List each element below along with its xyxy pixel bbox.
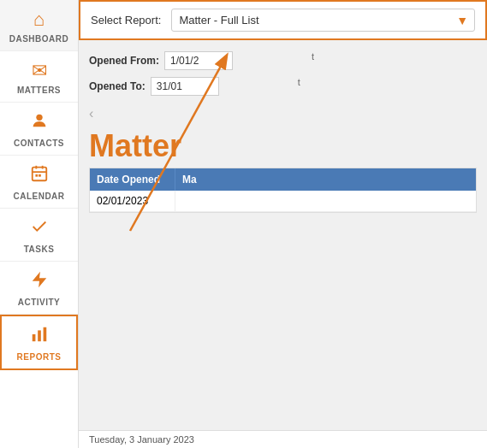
svg-rect-8 xyxy=(32,334,35,341)
table-row: 02/01/2023 xyxy=(90,191,476,212)
extra-text-2: t xyxy=(298,77,300,96)
sidebar-item-reports[interactable]: REPORTS xyxy=(0,315,78,370)
report-select[interactable]: Matter - Full List xyxy=(171,9,475,32)
svg-rect-6 xyxy=(39,174,41,177)
svg-rect-9 xyxy=(38,330,41,341)
svg-rect-10 xyxy=(43,327,46,342)
status-bar: Tuesday, 3 January 2023 xyxy=(79,430,487,448)
sidebar-item-label: ACTIVITY xyxy=(18,298,61,307)
sidebar-item-contacts[interactable]: CONTACTS xyxy=(0,103,78,156)
filter-row: Opened From: t xyxy=(89,51,477,70)
tasks-icon xyxy=(30,217,49,241)
sidebar-item-label: CALENDAR xyxy=(13,192,64,201)
sidebar-item-calendar[interactable]: CALENDAR xyxy=(0,156,78,209)
opened-to-input[interactable] xyxy=(151,77,219,96)
cell-date: 02/01/2023 xyxy=(90,191,175,211)
sidebar-item-label: TASKS xyxy=(24,245,55,254)
report-select-bar: Select Report: Matter - Full List ▼ xyxy=(79,0,487,40)
report-select-wrapper: Matter - Full List ▼ xyxy=(171,9,475,32)
col-header-matter: Ma xyxy=(175,168,476,191)
svg-point-0 xyxy=(36,115,42,121)
opened-to-field: Opened To: xyxy=(89,77,219,96)
nav-arrow: ‹ xyxy=(89,106,93,121)
sidebar-item-label: MATTERS xyxy=(17,85,61,95)
sidebar-item-tasks[interactable]: TASKS xyxy=(0,209,78,262)
svg-rect-1 xyxy=(32,168,46,181)
content-area: Opened From: t Opened To: t ‹ Matter Dat… xyxy=(79,43,487,424)
dashboard-icon: ⌂ xyxy=(33,9,45,31)
sidebar-item-label: CONTACTS xyxy=(14,139,64,148)
select-report-label: Select Report: xyxy=(91,14,161,27)
opened-from-label: Opened From: xyxy=(89,55,159,67)
svg-rect-5 xyxy=(35,174,38,177)
sidebar-item-activity[interactable]: ACTIVITY xyxy=(0,262,78,315)
table-header-row: Date Opened Ma xyxy=(90,168,476,191)
opened-from-input[interactable] xyxy=(164,51,233,70)
sidebar-item-dashboard[interactable]: ⌂ DASHBOARD xyxy=(0,0,78,51)
col-header-date: Date Opened xyxy=(90,168,175,191)
extra-text: t xyxy=(312,51,314,70)
cell-matter xyxy=(175,191,476,211)
reports-icon xyxy=(30,325,49,349)
sidebar-item-label: DASHBOARD xyxy=(9,34,69,44)
sidebar-item-matters[interactable]: ✉ MATTERS xyxy=(0,51,78,103)
svg-marker-7 xyxy=(32,272,46,287)
matter-heading: Matter xyxy=(89,128,477,164)
main-content: Select Report: Matter - Full List ▼ Conv… xyxy=(79,0,487,448)
contacts-icon xyxy=(30,111,49,135)
sidebar-item-label: REPORTS xyxy=(17,352,62,362)
opened-from-field: Opened From: xyxy=(89,51,233,70)
calendar-icon xyxy=(30,164,49,188)
report-table: Date Opened Ma 02/01/2023 xyxy=(89,168,477,213)
filter-row-2: Opened To: t xyxy=(89,77,477,96)
activity-icon xyxy=(30,270,49,294)
status-text: Tuesday, 3 January 2023 xyxy=(89,434,194,445)
matters-icon: ✉ xyxy=(32,60,47,82)
sidebar: ⌂ DASHBOARD ✉ MATTERS CONTACTS CALENDAR … xyxy=(0,0,79,448)
opened-to-label: Opened To: xyxy=(89,80,146,92)
